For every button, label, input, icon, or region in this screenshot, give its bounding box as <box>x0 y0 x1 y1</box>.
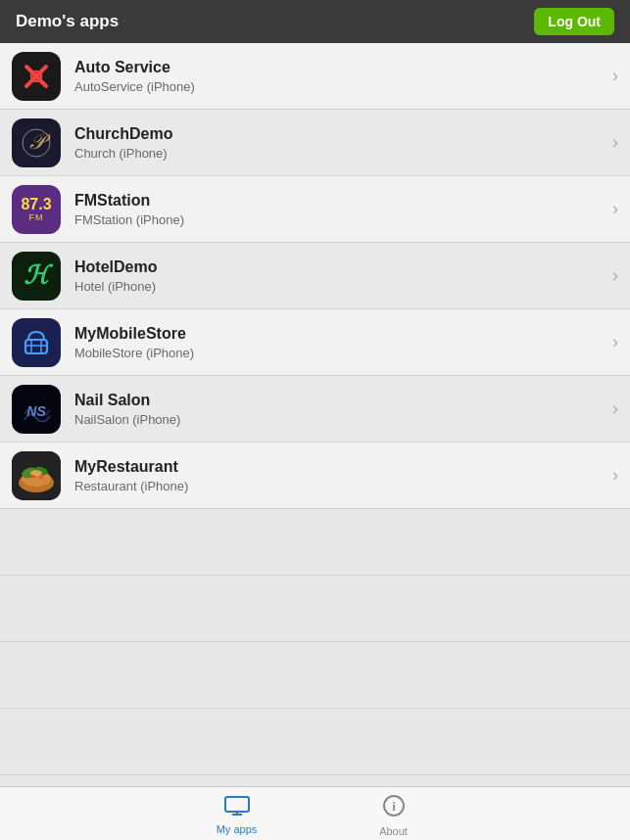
restaurant-svg-icon <box>12 451 61 500</box>
app-subtitle: FMStation (iPhone) <box>74 212 612 227</box>
empty-row <box>0 709 630 775</box>
chevron-right-icon: › <box>612 132 618 153</box>
app-name: HotelDemo <box>74 258 612 276</box>
app-info-churchdemo: ChurchDemo Church (iPhone) <box>74 125 612 161</box>
list-item[interactable]: MyMobileStore MobileStore (iPhone) › <box>0 309 630 376</box>
chevron-right-icon: › <box>612 199 618 219</box>
app-subtitle: AutoService (iPhone) <box>74 79 612 94</box>
app-icon-nailsalon: NS <box>12 385 61 434</box>
info-icon: i <box>382 794 406 817</box>
hotel-svg-icon: ℋ <box>19 258 54 294</box>
myapps-icon <box>224 796 250 821</box>
fm-label: FM <box>29 212 44 222</box>
empty-row <box>0 576 630 642</box>
content-area: Auto Service AutoService (iPhone) › 𝒫 Ch… <box>0 43 630 786</box>
logout-button[interactable]: Log Out <box>534 8 614 35</box>
app-name: MyMobileStore <box>74 325 612 343</box>
list-item[interactable]: ℋ HotelDemo Hotel (iPhone) › <box>0 243 630 309</box>
app-info-nailsalon: Nail Salon NailSalon (iPhone) <box>74 392 612 427</box>
tab-bar: My apps i About <box>0 786 630 840</box>
app-name: Nail Salon <box>74 392 612 409</box>
app-subtitle: Church (iPhone) <box>74 146 612 161</box>
app-icon-autoservice <box>12 52 61 101</box>
app-info-mymobilestore: MyMobileStore MobileStore (iPhone) <box>74 325 612 360</box>
store-svg-icon <box>18 324 55 361</box>
app-icon-mymobilestore <box>12 318 61 367</box>
app-subtitle: MobileStore (iPhone) <box>74 346 612 360</box>
tab-about[interactable]: i About <box>315 790 472 837</box>
app-icon-churchdemo: 𝒫 <box>12 118 61 167</box>
app-subtitle: Hotel (iPhone) <box>74 279 612 294</box>
app-name: MyRestaurant <box>74 458 612 476</box>
app-icon-fmstation: 87.3 FM <box>12 185 61 234</box>
app-subtitle: Restaurant (iPhone) <box>74 479 612 493</box>
app-name: Auto Service <box>74 59 612 76</box>
nail-svg-icon: NS <box>18 391 55 428</box>
app-icon-hoteldemo: ℋ <box>12 252 61 301</box>
monitor-icon <box>224 796 250 816</box>
app-info-myrestaurant: MyRestaurant Restaurant (iPhone) <box>74 458 612 493</box>
about-icon: i <box>382 794 406 823</box>
app-subtitle: NailSalon (iPhone) <box>74 412 612 427</box>
svg-point-21 <box>30 470 42 476</box>
svg-text:i: i <box>392 799 396 814</box>
list-item[interactable]: 𝒫 ChurchDemo Church (iPhone) › <box>0 110 630 176</box>
tab-about-label: About <box>379 825 408 837</box>
empty-row <box>0 509 630 576</box>
tab-myapps[interactable]: My apps <box>159 792 315 835</box>
tab-myapps-label: My apps <box>217 823 258 835</box>
svg-rect-22 <box>225 797 249 812</box>
chevron-right-icon: › <box>612 332 618 352</box>
app-info-fmstation: FMStation FMStation (iPhone) <box>74 192 612 227</box>
app-icon-myrestaurant <box>12 451 61 500</box>
church-svg-icon: 𝒫 <box>19 125 54 161</box>
list-item[interactable]: NS Nail Salon NailSalon (iPhone) › <box>0 376 630 443</box>
chevron-right-icon: › <box>612 265 618 286</box>
chevron-right-icon: › <box>612 398 618 419</box>
svg-text:NS: NS <box>26 403 46 419</box>
app-info-hoteldemo: HotelDemo Hotel (iPhone) <box>74 258 612 294</box>
empty-row <box>0 642 630 709</box>
chevron-right-icon: › <box>612 465 618 486</box>
app-info-autoservice: Auto Service AutoService (iPhone) <box>74 59 612 94</box>
fm-number-display: 87.3 <box>21 197 51 212</box>
app-header: Demo's apps Log Out <box>0 0 630 43</box>
list-item[interactable]: MyRestaurant Restaurant (iPhone) › <box>0 443 630 509</box>
header-title: Demo's apps <box>16 12 119 31</box>
list-item[interactable]: 87.3 FM FMStation FMStation (iPhone) › <box>0 176 630 243</box>
autoservice-svg-icon <box>19 59 54 94</box>
list-item[interactable]: Auto Service AutoService (iPhone) › <box>0 43 630 110</box>
app-name: ChurchDemo <box>74 125 612 143</box>
chevron-right-icon: › <box>612 66 618 86</box>
app-name: FMStation <box>74 192 612 210</box>
